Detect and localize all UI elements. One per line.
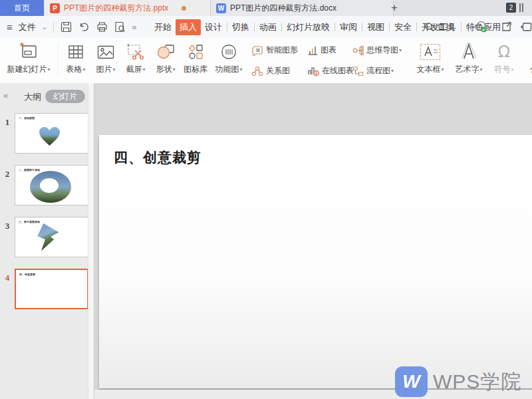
slide-number: 4 bbox=[3, 273, 12, 283]
function-diagram-icon bbox=[220, 44, 237, 60]
home-tab[interactable]: 首页 bbox=[0, 0, 44, 16]
tab-design[interactable]: 设计 bbox=[201, 19, 226, 35]
screenshot-button[interactable]: 截屏▾ bbox=[121, 40, 150, 80]
wps-academy-watermark: W WPS学院 bbox=[395, 366, 521, 397]
symbol-label: 符号 bbox=[494, 64, 510, 75]
wordart-button[interactable]: 艺术字▾ bbox=[451, 40, 487, 80]
dropdown-arrow-icon: ▾ bbox=[47, 66, 50, 72]
online-chart-label: 在线图表 bbox=[322, 65, 354, 76]
mind-map-button[interactable]: 思维导图▾ bbox=[352, 42, 414, 59]
slide-thumbnail-1[interactable]: 1 一、形状裁剪 bbox=[0, 113, 88, 154]
share-icon bbox=[501, 21, 512, 33]
omega-symbol-icon: Ω bbox=[498, 43, 510, 61]
new-tab-button[interactable]: + bbox=[387, 1, 402, 15]
menu-bar: ≡ 文件 ⌄ » 开始 插入 设计 切换 动画 bbox=[0, 16, 532, 38]
flowchart-icon bbox=[352, 66, 364, 76]
slide-title-text[interactable]: 四、创意裁剪 bbox=[114, 148, 201, 167]
save-icon bbox=[61, 21, 72, 33]
dropdown-arrow-icon: ▾ bbox=[511, 66, 513, 72]
divider bbox=[416, 23, 417, 31]
tab-view[interactable]: 视图 bbox=[363, 19, 388, 35]
icon-library-button[interactable]: 图标库 bbox=[181, 40, 210, 80]
slide-editing-surface[interactable]: 四、创意裁剪 bbox=[99, 135, 532, 388]
divider bbox=[362, 23, 362, 31]
symbol-button[interactable]: Ω 符号▾ bbox=[489, 40, 519, 80]
function-diagram-button[interactable]: 功能图▾ bbox=[211, 40, 246, 80]
save-button[interactable] bbox=[60, 21, 72, 33]
dropdown-arrow-icon: ▾ bbox=[479, 66, 482, 72]
tab-insert[interactable]: 插入 bbox=[176, 19, 201, 35]
print-preview-button[interactable] bbox=[114, 21, 126, 33]
shape-button[interactable]: 形状▾ bbox=[151, 40, 180, 80]
wps-logo-icon: W bbox=[395, 366, 428, 397]
tab-animation[interactable]: 动画 bbox=[255, 19, 281, 35]
shape-icon bbox=[157, 44, 175, 60]
divider bbox=[227, 23, 227, 31]
picture-icon bbox=[97, 45, 114, 59]
dropdown-arrow-icon: ▾ bbox=[391, 68, 394, 74]
smart-graphic-label: 智能图形 bbox=[266, 45, 298, 56]
undo-icon bbox=[78, 21, 90, 33]
divider bbox=[53, 22, 54, 33]
smart-graphic-button[interactable]: 智能图形 bbox=[251, 42, 305, 59]
formula-button[interactable]: ∏ 公式 bbox=[521, 40, 532, 80]
online-chart-icon bbox=[307, 66, 319, 76]
watermark-label: WPS学院 bbox=[433, 368, 521, 396]
tab-security[interactable]: 安全 bbox=[390, 19, 416, 35]
window-tab-bar: 首页 P PPT图片的四种裁剪方法.pptx W PPT图片的四种裁剪方法.do… bbox=[0, 0, 532, 16]
text-box-button[interactable]: 文本框▾ bbox=[412, 40, 448, 80]
flowchart-button[interactable]: 流程图▾ bbox=[352, 63, 414, 79]
tab-list-handle-icon[interactable] bbox=[519, 3, 525, 12]
print-preview-icon bbox=[114, 21, 126, 33]
document-tab-docx[interactable]: W PPT图片的四种裁剪方法.docx bbox=[210, 0, 394, 16]
divider bbox=[461, 23, 462, 31]
cloud-sync-button[interactable] bbox=[473, 21, 492, 33]
slide-thumbnail-box: 二、裁剪图片形状 bbox=[15, 165, 88, 205]
document-tab-pptx[interactable]: P PPT图片的四种裁剪方法.pptx bbox=[45, 0, 220, 16]
tab-review[interactable]: 审阅 bbox=[336, 19, 361, 35]
document-tab-label: PPT图片的四种裁剪方法.docx bbox=[230, 3, 336, 14]
divider bbox=[58, 45, 59, 75]
slide-thumbnail-4[interactable]: 4 四、创意裁剪 bbox=[0, 269, 88, 309]
dropdown-arrow-icon: ▾ bbox=[172, 66, 175, 72]
file-menu[interactable]: 文件 bbox=[19, 21, 36, 33]
dropdown-arrow-icon: ▾ bbox=[441, 66, 444, 72]
tab-start[interactable]: 开始 bbox=[150, 19, 176, 35]
print-button[interactable] bbox=[96, 21, 108, 33]
mind-map-icon bbox=[352, 45, 364, 56]
find-button[interactable]: 查找 bbox=[424, 16, 454, 38]
share-button[interactable] bbox=[500, 21, 512, 33]
text-box-label: 文本框 bbox=[416, 64, 440, 75]
dropdown-arrow-icon: ▾ bbox=[239, 66, 242, 72]
new-window-button[interactable] bbox=[520, 21, 532, 33]
table-button[interactable]: 表格▾ bbox=[61, 40, 90, 80]
table-label: 表格 bbox=[66, 64, 82, 75]
tab-transition[interactable]: 切换 bbox=[228, 19, 253, 35]
collapse-panel-icon[interactable]: « bbox=[3, 90, 8, 100]
picture-button[interactable]: 图片▾ bbox=[91, 40, 120, 80]
file-chevron-down-icon[interactable]: ⌄ bbox=[42, 23, 47, 31]
outline-tab[interactable]: 大纲 bbox=[24, 91, 41, 103]
heart-photo-shape bbox=[39, 126, 61, 147]
tab-slideshow[interactable]: 幻灯片放映 bbox=[283, 19, 334, 35]
insert-ribbon-toolbar: 新建幻灯片▾ 表格▾ 图片▾ bbox=[0, 38, 532, 84]
relation-diagram-button[interactable]: 关系图 bbox=[251, 63, 305, 79]
chart-label: 图表 bbox=[321, 45, 336, 56]
screenshot-label: 截屏 bbox=[126, 64, 142, 75]
lightning-photo-shape bbox=[34, 223, 62, 252]
dropdown-arrow-icon: ▾ bbox=[112, 66, 115, 72]
smart-graphic-icon bbox=[251, 45, 263, 56]
slide-number: 1 bbox=[3, 117, 12, 128]
print-icon bbox=[96, 21, 108, 33]
function-diagram-label: 功能图 bbox=[215, 64, 239, 75]
undo-button[interactable] bbox=[78, 21, 90, 33]
new-slide-button[interactable]: 新建幻灯片▾ bbox=[1, 40, 56, 80]
hamburger-menu-icon[interactable]: ≡ bbox=[7, 21, 13, 33]
tab-count-badge[interactable]: 2 bbox=[506, 3, 516, 13]
slides-tab[interactable]: 幻灯片 bbox=[45, 90, 85, 103]
slide-thumbnail-2[interactable]: 2 二、裁剪图片形状 bbox=[0, 165, 88, 205]
icon-library-icon bbox=[188, 44, 203, 60]
divider bbox=[254, 23, 255, 31]
slide-thumbnail-3[interactable]: 3 三、图片裁剪形状 bbox=[0, 217, 88, 257]
more-tools-icon[interactable]: » bbox=[132, 22, 136, 32]
